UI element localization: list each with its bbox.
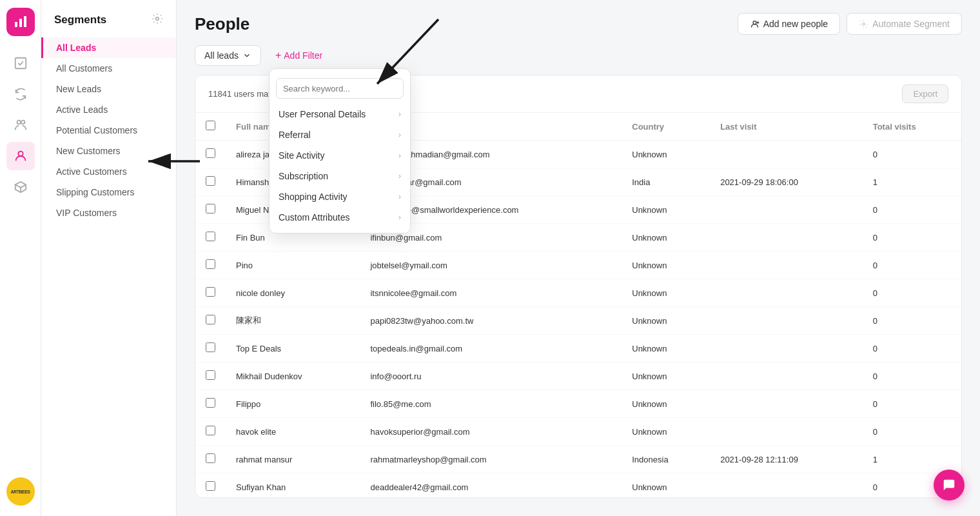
nav-refresh[interactable] [6, 80, 35, 108]
filter-menu-item-custom-attributes[interactable]: Custom Attributes› [270, 207, 410, 228]
row-checkbox[interactable] [206, 259, 215, 269]
filter-menu-item-subscription[interactable]: Subscription› [270, 166, 410, 186]
svg-rect-0 [15, 22, 17, 27]
cell-name: Filippo [226, 390, 360, 418]
cell-total-visits: 0 [863, 335, 961, 362]
automate-segment-button[interactable]: Automate Segment [847, 13, 962, 35]
sidebar-items: All LeadsAll CustomersNew LeadsActive Le… [41, 37, 176, 223]
cell-name: Top E Deals [226, 335, 360, 362]
row-checkbox[interactable] [206, 453, 215, 463]
cell-country: Indonesia [622, 446, 710, 473]
filter-dropdown[interactable]: All leads [195, 45, 261, 66]
cell-last-visit [710, 390, 863, 418]
artbees-badge[interactable]: ARTBEES [6, 477, 35, 506]
svg-point-12 [863, 23, 865, 25]
row-checkbox[interactable] [206, 287, 215, 297]
col-total-visits: Total visits [863, 113, 961, 141]
cell-last-visit [710, 307, 863, 335]
cell-total-visits: 0 [863, 307, 961, 335]
row-checkbox[interactable] [206, 398, 215, 408]
cell-last-visit [710, 362, 863, 390]
chevron-right-icon: › [398, 110, 401, 119]
sidebar-item-active-leads[interactable]: Active Leads [41, 99, 176, 120]
main-content: People Add new people Automate Segment [177, 0, 980, 516]
automate-icon [859, 19, 868, 29]
row-checkbox[interactable] [206, 481, 215, 491]
add-filter-wrapper: + Add Filter User Personal Details›Refer… [269, 45, 329, 66]
row-checkbox[interactable] [206, 426, 215, 435]
table-row: Pino jobtelsel@ymail.com Unknown 0 [195, 252, 961, 279]
filter-menu-item-shopping-activity[interactable]: Shopping Activity› [270, 186, 410, 207]
export-button[interactable]: Export [902, 84, 948, 103]
cell-email: rahmatmarleyshop@gmail.com [360, 446, 622, 473]
cell-total-visits: 0 [863, 252, 961, 279]
filter-search-input[interactable] [277, 80, 398, 97]
sidebar: Segments All LeadsAll CustomersNew Leads… [41, 0, 177, 516]
select-all-checkbox[interactable] [206, 121, 215, 130]
cell-email: filo.85@me.com [360, 390, 622, 418]
row-checkbox[interactable] [206, 370, 215, 380]
svg-rect-3 [15, 58, 26, 69]
table-row: rahmat mansur rahmatmarleyshop@gmail.com… [195, 446, 961, 473]
sidebar-item-active-customers[interactable]: Active Customers [41, 161, 176, 182]
cell-name: Sufiyan Khan [226, 473, 360, 499]
chevron-right-icon: › [398, 151, 401, 160]
cell-total-visits: 0 [863, 141, 961, 168]
nav-analytics[interactable] [6, 49, 35, 77]
app-logo[interactable] [6, 8, 35, 36]
row-checkbox[interactable] [206, 176, 215, 186]
nav-people[interactable] [6, 142, 35, 170]
svg-point-9 [753, 21, 756, 24]
gear-icon[interactable] [152, 13, 163, 27]
sidebar-item-potential-customers[interactable]: Potential Customers [41, 120, 176, 141]
cell-last-visit: 2021-09-29 18:06:00 [710, 168, 863, 196]
header-buttons: Add new people Automate Segment [738, 13, 962, 35]
nav-box[interactable] [6, 173, 35, 201]
cell-name: rahmat mansur [226, 446, 360, 473]
sidebar-item-all-leads[interactable]: All Leads [41, 37, 176, 58]
cell-total-visits: 0 [863, 362, 961, 390]
row-checkbox[interactable] [206, 315, 215, 324]
chat-widget[interactable] [934, 470, 965, 501]
cell-country: India [622, 168, 710, 196]
add-filter-button[interactable]: + Add Filter [269, 45, 329, 66]
main-header: People Add new people Automate Segment [177, 0, 980, 45]
cell-last-visit [710, 335, 863, 362]
filter-menu-item-referral[interactable]: Referral› [270, 124, 410, 145]
filter-dropdown-menu: User Personal Details›Referral›Site Acti… [269, 68, 411, 233]
chevron-right-icon: › [398, 192, 401, 201]
svg-point-6 [18, 152, 23, 156]
table-row: Sufiyan Khan deaddealer42@gmail.com Unkn… [195, 473, 961, 499]
sidebar-item-vip-customers[interactable]: VIP Customers [41, 203, 176, 223]
chevron-down-icon [242, 51, 251, 60]
chat-icon [942, 478, 956, 492]
chevron-right-icon: › [398, 172, 401, 181]
filter-menu-item-user-personal-details[interactable]: User Personal Details› [270, 104, 410, 124]
svg-rect-1 [19, 19, 22, 27]
add-new-people-button[interactable]: Add new people [738, 13, 840, 35]
cell-last-visit [710, 473, 863, 499]
table-row: havok elite havoksuperior@gmail.com Unkn… [195, 418, 961, 446]
icon-bar: ARTBEES [0, 0, 41, 516]
filter-bar: All leads + Add Filter [177, 45, 980, 75]
cell-total-visits: 0 [863, 196, 961, 224]
sidebar-item-new-customers[interactable]: New Customers [41, 141, 176, 161]
row-checkbox[interactable] [206, 232, 215, 241]
filter-menu-item-site-activity[interactable]: Site Activity› [270, 145, 410, 166]
svg-point-4 [17, 121, 21, 124]
page-title: People [195, 14, 250, 34]
sidebar-item-new-leads[interactable]: New Leads [41, 79, 176, 99]
col-last-visit: Last visit [710, 113, 863, 141]
chevron-right-icon: › [398, 130, 401, 139]
cell-email: itsnnicolee@gmail.com [360, 279, 622, 307]
filter-menu-items: User Personal Details›Referral›Site Acti… [270, 104, 410, 228]
row-checkbox[interactable] [206, 342, 215, 352]
row-checkbox[interactable] [206, 148, 215, 158]
sidebar-item-slipping-customers[interactable]: Slipping Customers [41, 182, 176, 203]
row-checkbox[interactable] [206, 204, 215, 213]
cell-email: jobtelsel@ymail.com [360, 252, 622, 279]
nav-people-group[interactable] [6, 111, 35, 139]
table-row: 陳家和 papi0823tw@yahoo.com.tw Unknown 0 [195, 307, 961, 335]
cell-last-visit: 2021-09-28 12:11:09 [710, 446, 863, 473]
sidebar-item-all-customers[interactable]: All Customers [41, 58, 176, 79]
